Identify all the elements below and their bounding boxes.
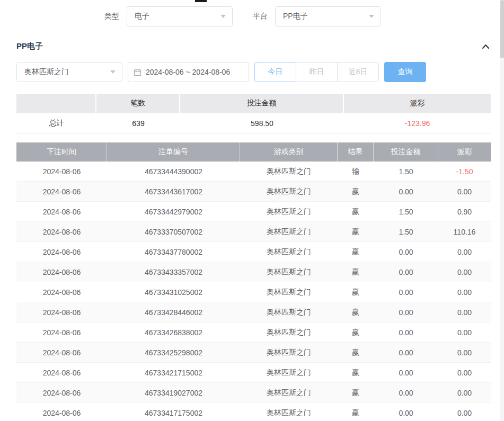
table-row: 2024-08-0646733421715002奥林匹斯之门赢0.000.00 bbox=[16, 363, 491, 383]
table-cell: 0.00 bbox=[374, 242, 438, 262]
table-cell: 赢 bbox=[338, 202, 374, 222]
table-cell: 赢 bbox=[338, 282, 374, 302]
calendar-icon bbox=[134, 68, 142, 76]
date-range-picker[interactable]: 2024-08-06 ~ 2024-08-06 bbox=[128, 62, 249, 82]
table-row: 2024-08-0646733417175002奥林匹斯之门赢0.000.00 bbox=[16, 403, 491, 421]
table-cell: 46733443617002 bbox=[107, 182, 240, 202]
table-cell: 奥林匹斯之门 bbox=[240, 202, 338, 222]
table-row: 2024-08-0646733444390002奥林匹斯之门输1.50-1.50 bbox=[16, 162, 491, 182]
summary-payout-value: -123.96 bbox=[344, 113, 491, 134]
table-cell: 46733421715002 bbox=[107, 363, 240, 383]
summary-table: 笔数 投注金额 派彩 总计 639 598.50 -123.96 bbox=[16, 94, 491, 134]
table-row: 2024-08-0646733419027002奥林匹斯之门赢0.000.00 bbox=[16, 383, 491, 403]
table-cell: 46733442979002 bbox=[107, 202, 240, 222]
table-cell: 0.00 bbox=[438, 302, 491, 323]
summary-total-label: 总计 bbox=[16, 113, 96, 134]
vertical-scrollbar[interactable] bbox=[500, 0, 504, 421]
type-select-value: 电子 bbox=[135, 12, 149, 21]
summary-header-blank bbox=[16, 94, 96, 113]
table-cell: 0.00 bbox=[374, 262, 438, 282]
summary-bet-amount-value: 598.50 bbox=[180, 113, 344, 134]
table-cell: 0.00 bbox=[438, 363, 491, 383]
table-cell: 输 bbox=[338, 162, 374, 182]
table-cell: 奥林匹斯之门 bbox=[240, 262, 338, 282]
table-cell: 0.00 bbox=[438, 403, 491, 421]
table-cell: 2024-08-06 bbox=[16, 383, 107, 403]
table-cell: 46733437780002 bbox=[107, 242, 240, 262]
game-select[interactable]: 奥林匹斯之门 bbox=[16, 62, 122, 82]
table-row: 2024-08-0646733370507002奥林匹斯之门赢1.50110.1… bbox=[16, 222, 491, 242]
table-cell: 赢 bbox=[338, 323, 374, 343]
table-cell: 2024-08-06 bbox=[16, 222, 107, 242]
table-cell: 0.00 bbox=[374, 383, 438, 403]
section-title: PP电子 bbox=[16, 41, 43, 51]
header-bet-amount: 投注金额 bbox=[374, 142, 438, 162]
chevron-down-icon bbox=[110, 70, 116, 74]
search-button[interactable]: 查询 bbox=[384, 62, 426, 82]
yesterday-button[interactable]: 昨日 bbox=[296, 62, 338, 82]
type-select[interactable]: 电子 bbox=[127, 6, 233, 26]
quick-date-button-group: 今日 昨日 近8日 bbox=[254, 62, 379, 82]
scrollbar-thumb[interactable] bbox=[500, 0, 504, 58]
table-cell: 46733433357002 bbox=[107, 262, 240, 282]
summary-header-row: 笔数 投注金额 派彩 bbox=[16, 94, 491, 113]
filter-row: 类型 电子 平台 PP电子 bbox=[104, 6, 504, 26]
table-cell: 2024-08-06 bbox=[16, 202, 107, 222]
header-order-id: 注单编号 bbox=[107, 142, 240, 162]
table-cell: 2024-08-06 bbox=[16, 282, 107, 302]
table-cell: 奥林匹斯之门 bbox=[240, 222, 338, 242]
table-cell: 赢 bbox=[338, 403, 374, 421]
table-cell: 2024-08-06 bbox=[16, 403, 107, 421]
chevron-up-icon[interactable] bbox=[481, 42, 491, 50]
table-cell: 46733426838002 bbox=[107, 323, 240, 343]
table-cell: 赢 bbox=[338, 242, 374, 262]
last-8-days-button[interactable]: 近8日 bbox=[337, 62, 379, 82]
table-row: 2024-08-0646733433357002奥林匹斯之门赢0.000.00 bbox=[16, 262, 491, 282]
table-cell: 0.00 bbox=[438, 262, 491, 282]
summary-header-payout: 派彩 bbox=[344, 94, 491, 113]
table-cell: 奥林匹斯之门 bbox=[240, 363, 338, 383]
table-cell: 赢 bbox=[338, 383, 374, 403]
table-cell: 奥林匹斯之门 bbox=[240, 403, 338, 421]
game-select-value: 奥林匹斯之门 bbox=[24, 67, 69, 77]
table-cell: 0.00 bbox=[438, 282, 491, 302]
table-cell: 46733428446002 bbox=[107, 302, 240, 323]
table-cell: 2024-08-06 bbox=[16, 242, 107, 262]
bet-table: 下注时间 注单编号 游戏类别 结果 投注金额 派彩 2024-08-064673… bbox=[16, 142, 491, 421]
table-cell: 0.00 bbox=[374, 282, 438, 302]
table-cell: 2024-08-06 bbox=[16, 262, 107, 282]
table-cell: 0.00 bbox=[438, 242, 491, 262]
table-cell: 奥林匹斯之门 bbox=[240, 302, 338, 323]
table-cell: 0.00 bbox=[374, 363, 438, 383]
table-cell: 0.00 bbox=[374, 323, 438, 343]
table-cell: 0.00 bbox=[438, 182, 491, 202]
table-cell: 46733370507002 bbox=[107, 222, 240, 242]
table-row: 2024-08-0646733426838002奥林匹斯之门赢0.000.00 bbox=[16, 323, 491, 343]
table-cell: 1.50 bbox=[374, 202, 438, 222]
table-cell: 0.00 bbox=[374, 182, 438, 202]
header-result: 结果 bbox=[338, 142, 374, 162]
chevron-down-icon bbox=[220, 15, 226, 18]
platform-select[interactable]: PP电子 bbox=[275, 6, 381, 26]
table-cell: 2024-08-06 bbox=[16, 363, 107, 383]
table-cell: 2024-08-06 bbox=[16, 323, 107, 343]
table-cell: 0.00 bbox=[438, 343, 491, 363]
table-cell: 赢 bbox=[338, 182, 374, 202]
today-button[interactable]: 今日 bbox=[254, 62, 296, 82]
table-cell: 赢 bbox=[338, 262, 374, 282]
platform-select-value: PP电子 bbox=[283, 12, 308, 21]
platform-label: 平台 bbox=[253, 12, 268, 21]
table-cell: 奥林匹斯之门 bbox=[240, 162, 338, 182]
table-cell: 奥林匹斯之门 bbox=[240, 323, 338, 343]
table-cell: 赢 bbox=[338, 343, 374, 363]
table-cell: 46733444390002 bbox=[107, 162, 240, 182]
table-cell: 2024-08-06 bbox=[16, 182, 107, 202]
table-cell: 2024-08-06 bbox=[16, 302, 107, 323]
date-range-value: 2024-08-06 ~ 2024-08-06 bbox=[146, 68, 230, 76]
table-cell: 赢 bbox=[338, 302, 374, 323]
table-cell: 46733419027002 bbox=[107, 383, 240, 403]
table-cell: 46733425298002 bbox=[107, 343, 240, 363]
table-row: 2024-08-0646733428446002奥林匹斯之门赢0.000.00 bbox=[16, 302, 491, 323]
table-cell: 2024-08-06 bbox=[16, 162, 107, 182]
summary-count-value: 639 bbox=[96, 113, 180, 134]
